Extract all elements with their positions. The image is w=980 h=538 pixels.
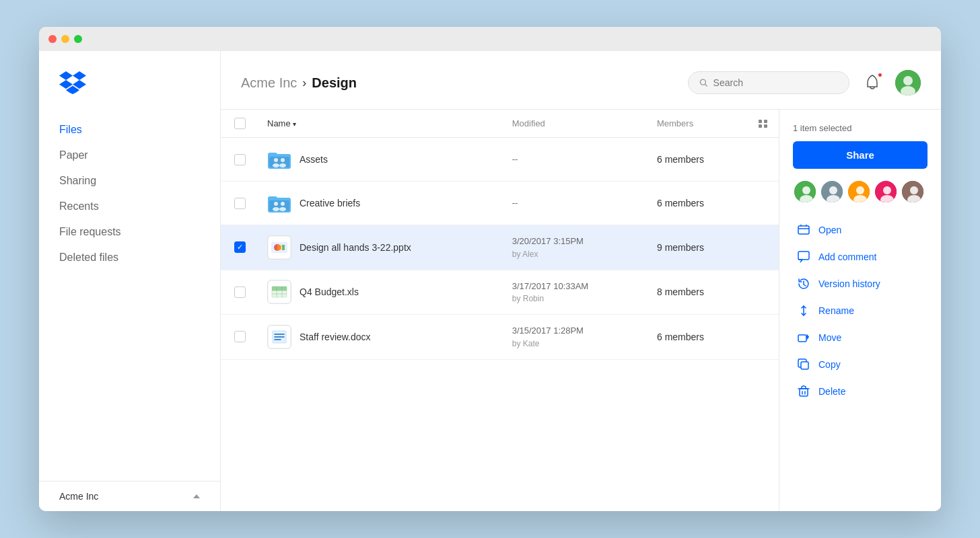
app-body: Files Paper Sharing Recents File request… <box>39 51 941 511</box>
members-avatars <box>793 180 928 204</box>
svg-point-14 <box>274 202 278 206</box>
search-box[interactable] <box>688 71 849 94</box>
member-avatar <box>901 180 925 204</box>
file-name-cell: Design all hands 3-22.pptx <box>256 225 501 270</box>
header-controls <box>688 70 921 95</box>
maximize-dot[interactable] <box>74 35 82 43</box>
sidebar-item-file-requests[interactable]: File requests <box>39 219 220 245</box>
breadcrumb: Acme Inc › Design <box>241 75 357 91</box>
row-checkbox-cell[interactable] <box>221 225 256 270</box>
file-name-cell: Assets <box>256 138 501 182</box>
action-list: Open Add comment <box>793 217 928 404</box>
search-input[interactable] <box>713 77 838 88</box>
sidebar-item-deleted-files[interactable]: Deleted files <box>39 245 220 270</box>
svg-point-44 <box>883 186 891 194</box>
sidebar-item-files[interactable]: Files <box>39 117 220 143</box>
history-icon <box>797 277 810 291</box>
svg-point-16 <box>281 202 285 206</box>
file-name-cell: Q4 Budget.xls <box>256 270 501 315</box>
action-move[interactable]: Move <box>793 325 928 350</box>
rename-icon <box>797 304 810 317</box>
table-row[interactable]: Staff review.docx 3/15/2017 1:28PM by Ka… <box>221 315 779 360</box>
svg-rect-52 <box>798 335 806 342</box>
th-name[interactable]: Name▾ <box>256 110 501 138</box>
app-window: Files Paper Sharing Recents File request… <box>39 27 941 511</box>
file-name: Staff review.docx <box>300 332 371 342</box>
pptx-icon <box>267 235 291 260</box>
th-members: Members <box>646 110 748 138</box>
modified-cell: -- <box>501 138 646 182</box>
org-name: Acme Inc <box>59 491 98 502</box>
table-row[interactable]: Design all hands 3-22.pptx 3/20/2017 3:1… <box>221 225 779 270</box>
svg-point-7 <box>274 158 278 162</box>
user-avatar[interactable] <box>895 70 921 95</box>
breadcrumb-arrow: › <box>302 76 306 90</box>
members-cell: 6 members <box>646 138 748 182</box>
modified-cell: 3/20/2017 3:15PM by Alex <box>501 225 646 270</box>
sidebar-item-recents[interactable]: Recents <box>39 194 220 219</box>
notification-dot <box>877 72 883 78</box>
sidebar-footer[interactable]: Acme Inc <box>39 481 220 511</box>
titlebar <box>39 27 941 51</box>
action-label: Delete <box>818 386 845 397</box>
right-panel: 1 item selected Share <box>779 110 941 511</box>
row-checkbox[interactable] <box>234 198 246 209</box>
file-name: Assets <box>300 154 328 165</box>
action-rename[interactable]: Rename <box>793 298 928 323</box>
sidebar: Files Paper Sharing Recents File request… <box>39 51 221 511</box>
sidebar-nav: Files Paper Sharing Recents File request… <box>39 117 220 481</box>
row-checkbox[interactable] <box>234 154 246 165</box>
action-label: Copy <box>818 359 841 370</box>
member-avatar <box>793 180 817 204</box>
row-checkbox-cell[interactable] <box>221 315 256 360</box>
file-name-cell: Staff review.docx <box>256 315 501 360</box>
table-row[interactable]: Creative briefs -- 6 members <box>221 182 779 225</box>
minimize-dot[interactable] <box>61 35 69 43</box>
row-checkbox-cell[interactable] <box>221 138 256 182</box>
modified-cell: 3/15/2017 1:28PM by Kate <box>501 315 646 360</box>
notification-button[interactable] <box>860 71 884 95</box>
move-icon <box>797 331 810 344</box>
sidebar-item-sharing[interactable]: Sharing <box>39 168 220 194</box>
logo <box>39 71 220 117</box>
table-row[interactable]: Q4 Budget.xls 3/17/2017 10:33AM by Robin <box>221 270 779 315</box>
action-version-history[interactable]: Version history <box>793 271 928 297</box>
action-label: Version history <box>818 278 880 289</box>
open-icon <box>797 223 810 237</box>
share-button[interactable]: Share <box>793 141 928 169</box>
main-content: Acme Inc › Design <box>221 51 941 511</box>
user-avatar-image <box>895 70 921 95</box>
row-checkbox[interactable] <box>234 331 246 342</box>
select-all-checkbox[interactable] <box>234 118 246 129</box>
action-open[interactable]: Open <box>793 217 928 243</box>
member-avatar <box>847 180 871 204</box>
action-delete[interactable]: Delete <box>793 379 928 404</box>
close-dot[interactable] <box>48 35 57 43</box>
svg-rect-6 <box>269 157 289 167</box>
folder-icon <box>267 191 291 215</box>
breadcrumb-parent[interactable]: Acme Inc <box>241 75 297 91</box>
xls-icon <box>267 280 291 304</box>
row-checkbox[interactable] <box>234 241 246 253</box>
sidebar-item-paper[interactable]: Paper <box>39 143 220 168</box>
th-select-all[interactable] <box>221 110 256 138</box>
member-avatar <box>820 180 844 204</box>
svg-point-15 <box>273 207 279 211</box>
file-name: Creative briefs <box>300 198 360 208</box>
members-cell: 6 members <box>646 315 748 360</box>
row-checkbox-cell[interactable] <box>221 182 256 225</box>
action-label: Move <box>818 332 841 343</box>
members-cell: 6 members <box>646 182 748 225</box>
selected-count: 1 item selected <box>793 123 928 133</box>
action-label: Open <box>818 225 841 235</box>
member-avatar <box>874 180 898 204</box>
row-checkbox[interactable] <box>234 286 246 298</box>
table-row[interactable]: Assets -- 6 members <box>221 138 779 182</box>
action-copy[interactable]: Copy <box>793 352 928 377</box>
row-checkbox-cell[interactable] <box>221 270 256 315</box>
th-view-toggle[interactable] <box>748 110 779 138</box>
action-add-comment[interactable]: Add comment <box>793 244 928 270</box>
action-label: Rename <box>818 305 854 316</box>
main-header: Acme Inc › Design <box>221 51 941 110</box>
sort-arrow: ▾ <box>293 120 296 128</box>
